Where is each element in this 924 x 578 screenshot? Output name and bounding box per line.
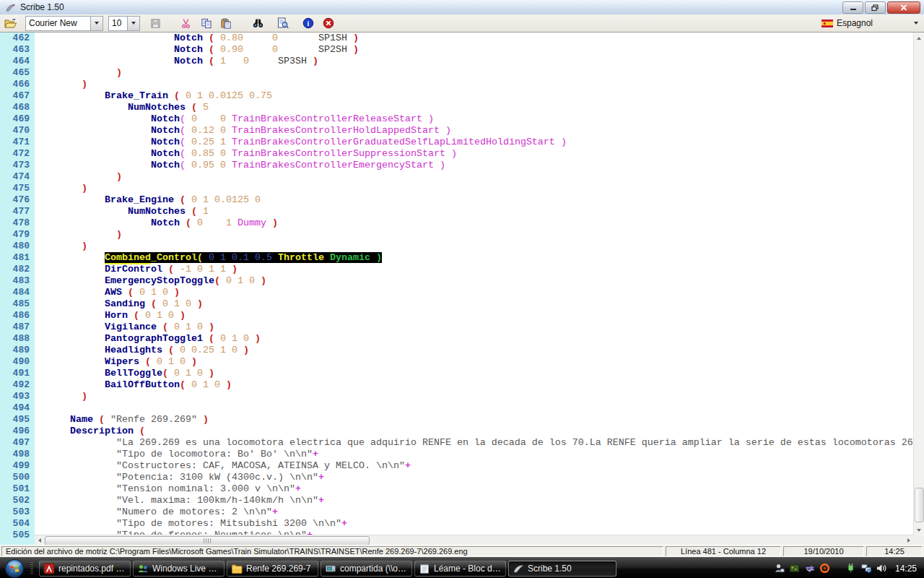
- code-line-469[interactable]: Notch( 0 0 TrainBrakesControllerReleaseS…: [41, 113, 914, 125]
- code-line-484[interactable]: AWS ( 0 1 0 ): [41, 287, 914, 298]
- code-line-480[interactable]: ): [41, 241, 914, 252]
- code-line-470[interactable]: Notch( 0.12 0 TrainBrakesControllerHoldL…: [41, 125, 914, 137]
- messenger-icon: [137, 563, 149, 574]
- code-line-487[interactable]: Vigilance ( 0 1 0 ): [41, 322, 914, 333]
- cut-button[interactable]: [178, 16, 193, 30]
- code-line-497[interactable]: "La 269.269 es una locomotora electrica …: [41, 437, 914, 449]
- code-line-462[interactable]: Notch ( 0.80 0 SP1SH ): [41, 33, 914, 44]
- code-line-472[interactable]: Notch( 0.85 0 TrainBrakesControllerSuppr…: [41, 148, 914, 160]
- code-line-481[interactable]: Combined_Control( 0 1 0.1 0.5 Throttle D…: [41, 252, 914, 264]
- language-selector[interactable]: Espagnol: [821, 18, 918, 28]
- code-line-478[interactable]: Notch ( 0 1 Dummy ): [41, 217, 914, 229]
- line-number: 501: [0, 483, 35, 495]
- taskbar-clock[interactable]: 14:25: [895, 564, 917, 574]
- code-line-498[interactable]: "Tipo de locomotora: Bo' Bo' \n\n"+: [41, 449, 914, 460]
- taskbar-button-messenger[interactable]: Windows Live Mess...: [133, 561, 225, 577]
- code-line-465[interactable]: ): [41, 67, 914, 79]
- code-line-475[interactable]: ): [41, 183, 914, 194]
- taskbar-button-network-share[interactable]: compartida (\\olatz)...: [321, 561, 412, 577]
- font-size-value: 10: [109, 18, 127, 28]
- language-dropdown-arrow[interactable]: [914, 22, 918, 25]
- exit-button[interactable]: [321, 16, 336, 30]
- status-time: 14:25: [866, 546, 923, 556]
- font-size-dropdown-arrow[interactable]: [127, 17, 139, 30]
- line-number: 466: [0, 79, 35, 90]
- open-file-button[interactable]: [3, 16, 19, 30]
- code-line-476[interactable]: Brake_Engine ( 0 1 0.0125 0: [41, 194, 914, 206]
- network-icon[interactable]: [860, 563, 872, 574]
- line-number: 489: [0, 345, 35, 356]
- code-line-494[interactable]: [41, 402, 914, 414]
- power-plug-icon[interactable]: [845, 563, 857, 574]
- search-document-button[interactable]: [275, 16, 291, 30]
- find-button[interactable]: [250, 16, 266, 30]
- download-manager-icon[interactable]: [819, 563, 831, 574]
- code-line-471[interactable]: Notch( 0.25 1 TrainBrakesControllerGradu…: [41, 137, 914, 148]
- code-line-491[interactable]: BellToggle( 0 1 0 ): [41, 368, 914, 379]
- code-line-485[interactable]: Sanding ( 0 1 0 ): [41, 298, 914, 310]
- line-number: 472: [0, 148, 35, 160]
- taskbar-button-label: Scribe 1.50: [528, 564, 572, 574]
- code-line-500[interactable]: "Potencia: 3100 kW (4300c.v.) \n\n"+: [41, 472, 914, 483]
- copy-button[interactable]: [199, 16, 214, 30]
- code-line-473[interactable]: Notch( 0.95 0 TrainBrakesControllerEmerg…: [41, 160, 914, 171]
- code-line-479[interactable]: ): [41, 229, 914, 241]
- code-line-496[interactable]: Description (: [41, 426, 914, 437]
- scribe-app-icon: [5, 2, 16, 13]
- taskbar-button-scribe[interactable]: Scribe 1.50: [508, 561, 616, 577]
- line-number: 498: [0, 449, 35, 460]
- minimize-button[interactable]: [842, 1, 863, 14]
- code-line-464[interactable]: Notch ( 1 0 SP3SH ): [41, 56, 914, 67]
- code-line-486[interactable]: Horn ( 0 1 0 ): [41, 310, 914, 322]
- taskbar-button-folder[interactable]: Renfe 269.269-7: [227, 561, 318, 577]
- horizontal-scrollbar[interactable]: [35, 535, 914, 545]
- scroll-down-arrow[interactable]: [914, 525, 924, 535]
- code-line-495[interactable]: Name ( "Renfe 269.269" ): [41, 414, 914, 426]
- scroll-up-arrow[interactable]: [914, 33, 924, 43]
- media-tray-icon[interactable]: [789, 563, 801, 574]
- vertical-scrollbar[interactable]: [913, 33, 924, 535]
- scroll-left-arrow[interactable]: [35, 535, 45, 545]
- code-line-474[interactable]: ): [41, 171, 914, 183]
- code-line-467[interactable]: Brake_Train ( 0 1 0.0125 0.75: [41, 90, 914, 102]
- code-line-490[interactable]: Wipers ( 0 1 0 ): [41, 356, 914, 368]
- code-area[interactable]: Notch ( 0.80 0 SP1SH ) Notch ( 0.90 0 SP…: [35, 33, 914, 541]
- code-line-502[interactable]: "Vel. maxima: 100km/h-140km/h \n\n"+: [41, 495, 914, 506]
- line-number: 478: [0, 217, 35, 229]
- line-number: 494: [0, 402, 35, 414]
- code-line-504[interactable]: "Tipo de motores: Mitsubishi 3200 \n\n"+: [41, 518, 914, 530]
- close-button[interactable]: [887, 1, 920, 14]
- scroll-right-arrow[interactable]: [904, 535, 914, 545]
- line-number: 483: [0, 275, 35, 287]
- font-name-dropdown-arrow[interactable]: [90, 17, 103, 30]
- taskbar-button-notepad[interactable]: Léame - Bloc de not...: [414, 561, 506, 577]
- restore-button[interactable]: [865, 1, 886, 14]
- code-line-503[interactable]: "Numero de motores: 2 \n\n"+: [41, 506, 914, 518]
- code-line-492[interactable]: BailOffButton( 0 1 0 ): [41, 379, 914, 391]
- code-line-493[interactable]: ): [41, 391, 914, 402]
- messenger-status-icon[interactable]: [774, 563, 785, 574]
- volume-icon[interactable]: [876, 563, 887, 574]
- status-bar: Edición del archivo de motriz C:\Program…: [0, 545, 924, 557]
- info-button[interactable]: i: [300, 16, 316, 30]
- sync-arrows-icon[interactable]: [804, 563, 816, 574]
- code-line-483[interactable]: EmergencyStopToggle( 0 1 0 ): [41, 275, 914, 287]
- start-button[interactable]: [4, 558, 25, 578]
- code-line-466[interactable]: ): [41, 79, 914, 90]
- code-line-482[interactable]: DirControl ( -1 0 1 1 ): [41, 264, 914, 275]
- taskbar-button-pdf[interactable]: repintados.pdf - Ad...: [39, 561, 131, 577]
- line-number: 503: [0, 506, 35, 518]
- code-line-499[interactable]: "Costructores: CAF, MACOSA, ATEINSA y ME…: [41, 460, 914, 472]
- code-line-477[interactable]: NumNotches ( 1: [41, 206, 914, 217]
- vertical-scroll-thumb[interactable]: [915, 488, 924, 522]
- code-line-468[interactable]: NumNotches ( 5: [41, 102, 914, 113]
- code-line-501[interactable]: "Tension nominal: 3.000 v \n\n"+: [41, 483, 914, 495]
- status-cursor-position: Línea 481 - Columna 12: [666, 546, 781, 556]
- font-size-combobox[interactable]: 10: [108, 16, 140, 31]
- save-button[interactable]: [147, 16, 163, 30]
- code-line-489[interactable]: Headlights ( 0 0.25 1 0 ): [41, 345, 914, 356]
- code-line-488[interactable]: PantographToggle1 ( 0 1 0 ): [41, 333, 914, 345]
- paste-button[interactable]: [218, 16, 234, 30]
- code-line-463[interactable]: Notch ( 0.90 0 SP2SH ): [41, 44, 914, 56]
- font-name-combobox[interactable]: Courier New: [25, 16, 103, 31]
